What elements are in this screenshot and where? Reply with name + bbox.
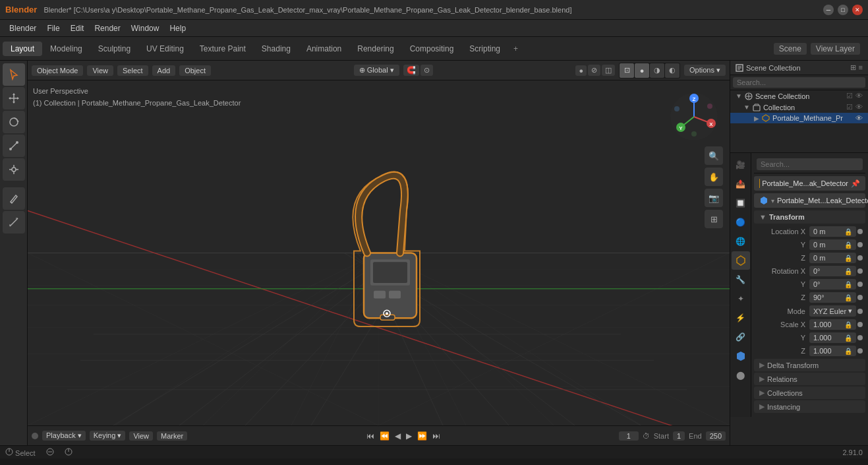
rotation-x-dot[interactable] [857, 268, 863, 274]
location-y-dot[interactable] [857, 242, 863, 247]
tab-rendering[interactable]: Rendering [349, 42, 401, 56]
outliner-collection[interactable]: ▼ Collection ☑ 👁 [730, 102, 868, 113]
ortho-toggle-btn[interactable]: ⊞ [705, 210, 723, 228]
scale-z-dot[interactable] [857, 348, 863, 354]
data-dropdown-icon[interactable]: ▾ [771, 197, 774, 204]
scale-y-field[interactable]: 1.000 🔒 [809, 332, 856, 343]
props-object-tab[interactable] [732, 251, 750, 270]
scale-tool[interactable] [3, 135, 25, 157]
rotation-z-dot[interactable] [857, 295, 863, 300]
next-keyframe-btn[interactable]: ⏩ [416, 430, 428, 442]
menu-window[interactable]: Window [126, 22, 165, 34]
keying-menu[interactable]: Keying ▾ [90, 431, 126, 441]
view-menu-tl[interactable]: View [129, 431, 153, 441]
menu-render[interactable]: Render [89, 22, 125, 34]
menu-help[interactable]: Help [164, 22, 191, 34]
mode-selector[interactable]: XYZ Euler ▾ [809, 305, 856, 317]
select-menu[interactable]: Select [117, 65, 148, 76]
rotation-x-field[interactable]: 0° 🔒 [809, 266, 856, 276]
transform-tool[interactable] [3, 158, 25, 181]
location-z-field[interactable]: 0 m 🔒 [809, 253, 856, 263]
scale-x-lock[interactable]: 🔒 [844, 321, 852, 328]
rotation-x-lock[interactable]: 🔒 [844, 268, 852, 275]
outliner-filter-btn[interactable]: ⊞ [850, 63, 856, 72]
options-menu[interactable]: Options ▾ [684, 65, 726, 76]
props-output-tab[interactable]: 📤 [732, 175, 750, 193]
object-vis-eye[interactable]: 👁 [855, 114, 863, 122]
location-x-lock[interactable]: 🔒 [844, 228, 852, 235]
menu-file[interactable]: File [42, 22, 65, 34]
end-frame[interactable]: 250 [706, 431, 726, 441]
jump-end-btn[interactable]: ⏭ [431, 430, 442, 442]
scene-selector[interactable]: Scene [774, 43, 807, 55]
outliner-object[interactable]: ▶ Portable_Methane_Pr 👁 [730, 113, 868, 123]
data-name-display[interactable]: ▾ Portable_Met...Leak_Detector [754, 193, 865, 208]
tab-modeling[interactable]: Modeling [42, 42, 90, 56]
props-physics-tab[interactable]: ⚡ [732, 309, 750, 327]
outliner-scene-collection[interactable]: ▼ Scene Collection ☑ 👁 [730, 90, 868, 102]
props-constraints-tab[interactable]: 🔗 [732, 328, 750, 346]
cursor-tool[interactable] [3, 63, 25, 86]
minimize-button[interactable]: ─ [823, 5, 834, 15]
zoom-to-fit-btn[interactable]: 🔍 [705, 146, 723, 165]
menu-blender[interactable]: Blender [4, 22, 42, 34]
shading-selector[interactable]: ● [575, 65, 587, 76]
record-button[interactable] [32, 433, 38, 439]
collection-vis-eye[interactable]: 👁 [855, 103, 863, 111]
scene-vis-checkbox[interactable]: ☑ [846, 92, 853, 100]
object-pin-btn[interactable]: 📌 [851, 179, 860, 188]
rotation-y-lock[interactable]: 🔒 [844, 281, 852, 288]
wireframe-mode-btn[interactable]: ⊡ [620, 63, 634, 78]
viewport-3d[interactable]: User Perspective (1) Collection | Portab… [28, 80, 730, 425]
annotate-tool[interactable] [3, 187, 25, 210]
transform-selector[interactable]: ⊕ Global ▾ [354, 65, 399, 76]
rotate-tool[interactable] [3, 111, 25, 133]
location-x-dot[interactable] [857, 229, 863, 234]
mode-selector[interactable]: Object Mode [32, 65, 83, 76]
jump-start-btn[interactable]: ⏮ [365, 430, 376, 442]
play-btn[interactable]: ▶ [405, 430, 413, 442]
scale-z-field[interactable]: 1.000 🔒 [809, 346, 856, 356]
marker-menu[interactable]: Marker [157, 431, 187, 441]
location-x-field[interactable]: 0 m 🔒 [809, 226, 856, 237]
pan-btn[interactable]: ✋ [705, 168, 723, 186]
current-frame[interactable]: 1 [619, 431, 639, 441]
play-reverse-btn[interactable]: ◀ [393, 430, 402, 442]
rotation-z-lock[interactable]: 🔒 [844, 294, 852, 301]
props-data-tab[interactable] [732, 347, 750, 365]
transform-section-header[interactable]: ▼ Transform [754, 210, 865, 224]
tab-compositing[interactable]: Compositing [402, 42, 462, 56]
scene-vis-eye[interactable]: 👁 [855, 92, 863, 100]
rotation-y-field[interactable]: 0° 🔒 [809, 279, 856, 290]
props-modifiers-tab[interactable]: 🔧 [732, 270, 750, 289]
scale-y-dot[interactable] [857, 335, 863, 340]
scale-x-field[interactable]: 1.000 🔒 [809, 319, 856, 330]
prev-keyframe-btn[interactable]: ⏪ [378, 430, 391, 442]
close-button[interactable]: ✕ [852, 5, 863, 15]
tab-scripting[interactable]: Scripting [461, 42, 508, 56]
view-menu[interactable]: View [87, 65, 113, 76]
move-tool[interactable] [3, 87, 25, 109]
tab-sculpting[interactable]: Sculpting [90, 42, 138, 56]
collection-vis-check[interactable]: ☑ [846, 103, 853, 111]
relations-section[interactable]: ▶ Relations [754, 373, 865, 385]
maximize-button[interactable]: □ [838, 5, 848, 15]
playback-menu[interactable]: Playback ▾ [42, 431, 86, 441]
delta-transform-section[interactable]: ▶ Delta Transform [754, 359, 865, 371]
props-particles-tab[interactable]: ✦ [732, 290, 750, 308]
solid-mode-btn[interactable]: ● [635, 63, 649, 78]
rotation-y-dot[interactable] [857, 282, 863, 287]
start-frame[interactable]: 1 [673, 431, 685, 441]
viewlayer-selector[interactable]: View Layer [811, 43, 860, 55]
tab-shading[interactable]: Shading [254, 42, 299, 56]
measure-tool[interactable] [3, 211, 25, 233]
props-view-tab[interactable]: 🔲 [732, 194, 750, 212]
rotation-z-field[interactable]: 90° 🔒 [809, 292, 856, 303]
outliner-settings-btn[interactable]: ≡ [859, 63, 863, 72]
menu-edit[interactable]: Edit [65, 22, 90, 34]
proportional-toggle[interactable]: ⊙ [420, 65, 433, 76]
props-scene-tab[interactable]: 🔵 [732, 213, 750, 232]
xray-toggle[interactable]: ◫ [602, 65, 615, 76]
snap-toggle[interactable]: 🧲 [403, 65, 419, 76]
rendered-mode-btn[interactable]: ◐ [665, 63, 680, 78]
